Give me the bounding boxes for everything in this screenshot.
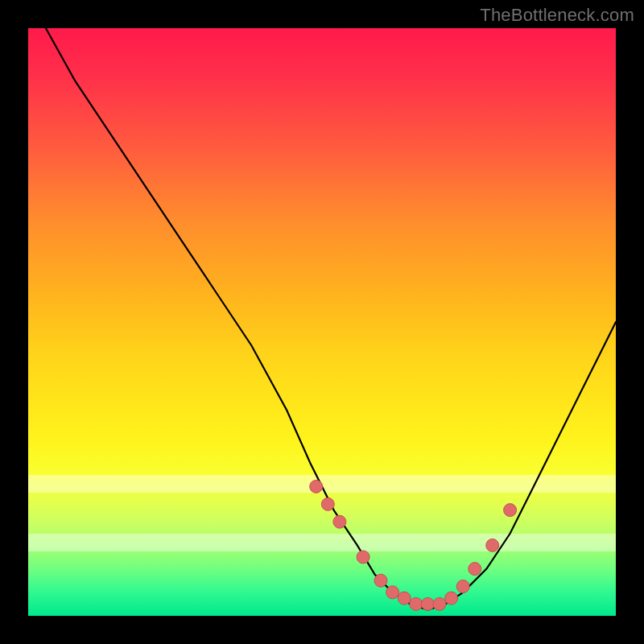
- highlight-dot: [398, 592, 411, 605]
- highlight-dot: [310, 480, 323, 493]
- plot-area: [28, 28, 616, 616]
- highlight-dot: [433, 597, 446, 610]
- highlight-dots: [310, 480, 517, 610]
- highlight-dot: [410, 597, 423, 610]
- highlight-dot: [504, 504, 517, 517]
- highlight-dot: [386, 586, 399, 599]
- highlight-dot: [357, 551, 369, 564]
- highlight-dot: [469, 563, 481, 576]
- curve-layer: [28, 28, 616, 616]
- highlight-dot: [456, 580, 469, 593]
- chart-stage: TheBottleneck.com: [0, 0, 644, 644]
- highlight-dot: [321, 497, 334, 510]
- highlight-dot: [333, 515, 346, 528]
- bottleneck-curve: [46, 28, 616, 610]
- highlight-dot: [486, 539, 499, 551]
- highlight-dot: [445, 592, 458, 605]
- highlight-dot: [374, 574, 387, 587]
- watermark-text: TheBottleneck.com: [480, 5, 634, 26]
- highlight-dot: [421, 597, 434, 610]
